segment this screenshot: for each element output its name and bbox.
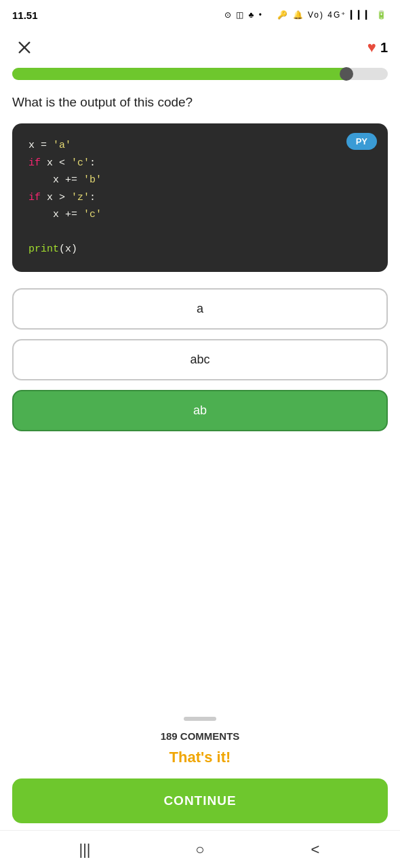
code-line-7: print(x) xyxy=(28,241,374,258)
lang-badge: PY xyxy=(346,133,377,150)
code-line-6 xyxy=(28,224,374,241)
code-line-3: x += 'b' xyxy=(28,172,374,189)
progress-track xyxy=(12,68,388,80)
question-text: What is the output of this code? xyxy=(12,95,388,110)
back-icon: < xyxy=(311,841,320,859)
nav-menu-button[interactable]: ||| xyxy=(70,835,100,865)
nav-home-button[interactable]: ○ xyxy=(185,835,215,865)
code-line-2: if x < 'c': xyxy=(28,155,374,172)
feedback-text: That's it! xyxy=(12,749,388,766)
main-content: What is the output of this code? PY x = … xyxy=(0,88,400,717)
code-line-1: x = 'a' xyxy=(28,137,374,155)
answer-option-abc[interactable]: abc xyxy=(12,339,388,380)
bottom-section: 189 COMMENTS That's it! CONTINUE xyxy=(0,717,400,830)
close-button[interactable] xyxy=(12,35,37,60)
lives-count: 1 xyxy=(380,40,388,56)
menu-icon: ||| xyxy=(79,841,90,859)
continue-button[interactable]: CONTINUE xyxy=(12,778,388,823)
code-block: PY x = 'a' if x < 'c': x += 'b' if x > '… xyxy=(12,123,388,272)
drag-indicator[interactable] xyxy=(184,717,216,721)
home-icon: ○ xyxy=(195,841,204,859)
status-bar: 11.51 ⊙ ◫ ♣ • 🔑 🔔 Vo) 4G⁺ ▎▎▎ 🔋 xyxy=(0,0,400,30)
code-line-5: x += 'c' xyxy=(28,206,374,224)
bottom-nav-bar: ||| ○ < xyxy=(0,830,400,868)
progress-dot xyxy=(340,67,353,81)
heart-icon: ♥ xyxy=(367,39,376,56)
progress-fill xyxy=(12,68,351,80)
answer-option-ab[interactable]: ab xyxy=(12,390,388,431)
answer-option-a[interactable]: a xyxy=(12,288,388,330)
status-right-icons: ⊙ ◫ ♣ • 🔑 🔔 Vo) 4G⁺ ▎▎▎ 🔋 xyxy=(224,10,388,20)
nav-back-button[interactable]: < xyxy=(300,835,330,865)
status-time: 11.51 xyxy=(12,9,38,21)
top-nav: ♥ 1 xyxy=(0,30,400,65)
lives-badge: ♥ 1 xyxy=(367,39,388,56)
code-content: x = 'a' if x < 'c': x += 'b' if x > 'z':… xyxy=(28,137,374,258)
comments-count: 189 COMMENTS xyxy=(12,730,388,742)
status-icons: ⊙ ◫ ♣ • 🔑 🔔 Vo) 4G⁺ ▎▎▎ 🔋 xyxy=(224,10,388,20)
progress-container xyxy=(0,65,400,88)
code-line-4: if x > 'z': xyxy=(28,189,374,207)
